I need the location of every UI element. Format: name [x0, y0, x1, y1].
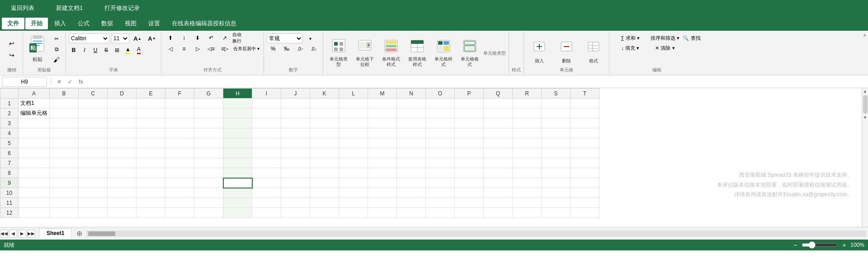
cell-R7[interactable] [513, 158, 542, 168]
conditional-format-button[interactable]: 条件格式样式 [378, 37, 404, 69]
cell-B12[interactable] [50, 208, 79, 218]
cell-M4[interactable] [368, 128, 397, 138]
cell-N4[interactable] [397, 128, 426, 138]
cell-Q2[interactable] [484, 108, 513, 118]
merge-center-button[interactable]: 合并后居中 ▾ [232, 44, 261, 53]
cell-T2[interactable] [571, 108, 599, 118]
font-color-button[interactable]: A [134, 45, 144, 55]
cell-L11[interactable] [339, 198, 368, 208]
cut-button[interactable]: ✂ [50, 34, 63, 43]
cell-D4[interactable] [108, 128, 137, 138]
nav-new-doc[interactable]: 新建文档1 [52, 2, 86, 14]
cell-O5[interactable] [426, 138, 455, 148]
cell-H3[interactable] [223, 118, 252, 128]
col-header-Q[interactable]: Q [484, 89, 513, 99]
add-sheet-button[interactable]: ⊕ [74, 228, 85, 239]
text-angle-button[interactable]: ↗ [218, 33, 231, 42]
col-header-S[interactable]: S [542, 89, 571, 99]
cell-N6[interactable] [397, 148, 426, 158]
menu-formula[interactable]: 公式 [72, 18, 95, 29]
cell-J7[interactable] [281, 158, 310, 168]
cell-T12[interactable] [571, 208, 599, 218]
cell-J6[interactable] [281, 148, 310, 158]
cell-B3[interactable] [50, 118, 79, 128]
cell-L10[interactable] [339, 188, 368, 198]
cell-S4[interactable] [542, 128, 571, 138]
cell-L7[interactable] [339, 158, 368, 168]
cell-F10[interactable] [165, 188, 194, 198]
cell-O1[interactable] [426, 99, 455, 108]
insert-button[interactable]: 插入 [527, 33, 552, 65]
cell-J3[interactable] [281, 118, 310, 128]
cell-G11[interactable] [194, 198, 223, 208]
cell-H7[interactable] [223, 158, 252, 168]
cell-I7[interactable] [252, 158, 281, 168]
cell-N11[interactable] [397, 198, 426, 208]
col-header-O[interactable]: O [426, 89, 455, 99]
sheet-tab-sheet1[interactable]: Sheet1 [39, 228, 72, 239]
cell-O7[interactable] [426, 158, 455, 168]
cell-L5[interactable] [339, 138, 368, 148]
strikethrough-button[interactable]: S [101, 45, 111, 55]
cell-C6[interactable] [79, 148, 108, 158]
percent-button[interactable]: % [267, 44, 279, 53]
cell-P7[interactable] [455, 158, 484, 168]
cell-F7[interactable] [165, 158, 194, 168]
cell-R11[interactable] [513, 198, 542, 208]
col-header-J[interactable]: J [281, 89, 310, 99]
cell-F5[interactable] [165, 138, 194, 148]
row-header-2[interactable]: 2 [0, 108, 19, 118]
cell-E1[interactable] [137, 99, 165, 108]
cell-D9[interactable] [108, 178, 137, 188]
cell-D3[interactable] [108, 118, 137, 128]
cell-K6[interactable] [310, 148, 339, 158]
cell-A4[interactable] [19, 128, 50, 138]
cell-G6[interactable] [194, 148, 223, 158]
cell-E11[interactable] [137, 198, 165, 208]
number-format-select[interactable]: 常规 [267, 33, 303, 43]
cell-E10[interactable] [137, 188, 165, 198]
cell-O3[interactable] [426, 118, 455, 128]
delete-button[interactable]: 删除 [554, 33, 579, 65]
row-header-4[interactable]: 4 [0, 128, 19, 138]
cell-Q8[interactable] [484, 168, 513, 178]
sum-button[interactable]: ∑ 求和 ▾ [612, 33, 648, 42]
row-header-9[interactable]: 9 [0, 178, 19, 188]
cell-E2[interactable] [137, 108, 165, 118]
cell-R1[interactable] [513, 99, 542, 108]
cell-B2[interactable] [50, 108, 79, 118]
cell-C12[interactable] [79, 208, 108, 218]
cell-Q3[interactable] [484, 118, 513, 128]
cell-P12[interactable] [455, 208, 484, 218]
cell-M10[interactable] [368, 188, 397, 198]
menu-home[interactable]: 开始 [25, 18, 48, 29]
cell-I2[interactable] [252, 108, 281, 118]
cell-H6[interactable] [223, 148, 252, 158]
cell-T6[interactable] [571, 148, 599, 158]
cell-L12[interactable] [339, 208, 368, 218]
col-header-D[interactable]: D [108, 89, 137, 99]
cell-R5[interactable] [513, 138, 542, 148]
cell-H11[interactable] [223, 198, 252, 208]
font-size-select[interactable]: 11 [111, 33, 129, 43]
cell-dropdown-button[interactable]: ▾ 单元格下拉框 [352, 37, 377, 69]
insert-function-button[interactable]: fx [76, 77, 85, 86]
zoom-slider[interactable] [802, 241, 838, 249]
cell-N3[interactable] [397, 118, 426, 128]
cell-T8[interactable] [571, 168, 599, 178]
menu-settings[interactable]: 设置 [143, 18, 165, 29]
align-right-button[interactable]: ▷ [191, 44, 204, 53]
menu-view[interactable]: 视图 [119, 18, 142, 29]
cancel-formula-button[interactable]: ✕ [55, 77, 64, 86]
cell-S12[interactable] [542, 208, 571, 218]
cell-C11[interactable] [79, 198, 108, 208]
confirm-formula-button[interactable]: ✓ [66, 77, 75, 86]
cell-K1[interactable] [310, 99, 339, 108]
text-direction-button[interactable]: ↶ [205, 33, 217, 42]
cell-Q7[interactable] [484, 158, 513, 168]
cell-J10[interactable] [281, 188, 310, 198]
cell-D1[interactable] [108, 99, 137, 108]
cell-L8[interactable] [339, 168, 368, 178]
cell-T1[interactable] [571, 99, 599, 108]
cell-K3[interactable] [310, 118, 339, 128]
